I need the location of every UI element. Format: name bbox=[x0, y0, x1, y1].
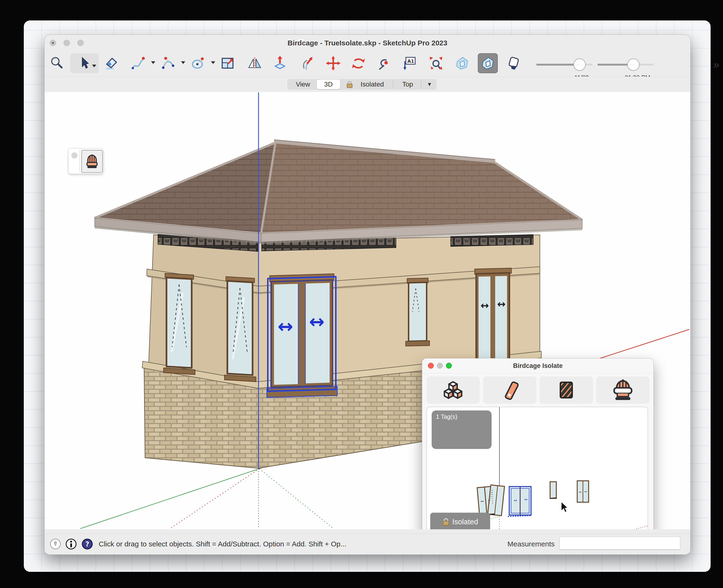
left-window-2[interactable] bbox=[224, 277, 256, 382]
help-icon[interactable]: ? bbox=[82, 538, 93, 550]
arc-tool-button[interactable] bbox=[158, 53, 178, 73]
resize-arrow-icon: ↔ bbox=[497, 298, 505, 310]
materials-filter-button[interactable] bbox=[540, 376, 593, 403]
mouse-cursor bbox=[561, 502, 568, 512]
move-icon bbox=[325, 55, 341, 71]
birdcage-icon bbox=[612, 379, 634, 401]
freehand-tool-button[interactable] bbox=[128, 53, 148, 73]
freehand-icon bbox=[130, 55, 146, 71]
resize-arrow-icon: ↔ bbox=[585, 490, 587, 493]
eraser-icon bbox=[103, 55, 119, 71]
soften-eraser-button[interactable] bbox=[503, 53, 523, 73]
zoom-extents-button[interactable] bbox=[426, 53, 446, 73]
date-slider-thumb[interactable] bbox=[574, 59, 586, 71]
flip-tool-button[interactable] bbox=[245, 53, 265, 73]
scene-tabs: View 3D Isolated Top ▼ bbox=[287, 79, 437, 90]
rotate-tool-button[interactable] bbox=[348, 53, 368, 73]
rectangle-tool-button[interactable] bbox=[218, 53, 238, 73]
zoom-extents-icon bbox=[428, 55, 444, 71]
resize-arrow-icon: ↔ bbox=[480, 499, 484, 504]
select-arrow-icon bbox=[77, 56, 92, 70]
birdcage-overlay-button[interactable] bbox=[81, 150, 103, 173]
tab-isolated[interactable]: Isolated bbox=[354, 79, 390, 90]
svg-text:A1: A1 bbox=[407, 59, 414, 64]
overlay-radio[interactable] bbox=[71, 152, 78, 159]
model-canvas[interactable]: ↔ ↔ ↔ ↔ bbox=[44, 92, 690, 529]
house-view-button[interactable] bbox=[452, 53, 472, 73]
text-tool-button[interactable]: A1 bbox=[400, 53, 420, 73]
house-view-active-button[interactable] bbox=[478, 53, 498, 73]
push-pull-icon bbox=[272, 55, 288, 71]
text-tool-icon: A1 bbox=[402, 55, 418, 71]
rectangle-icon bbox=[220, 55, 236, 71]
small-window[interactable] bbox=[406, 278, 429, 346]
birdcage-filter-button[interactable] bbox=[596, 376, 649, 403]
window-thumb-group[interactable]: ↔ ↔ bbox=[476, 485, 504, 516]
resize-arrow-icon: ↔ bbox=[514, 498, 517, 503]
select-tool-button[interactable] bbox=[70, 53, 99, 73]
birdcage-isolate-panel: Birdcage Isolate bbox=[422, 358, 654, 529]
circle-icon bbox=[190, 55, 206, 71]
push-pull-button[interactable] bbox=[270, 53, 290, 73]
follow-me-icon bbox=[299, 55, 315, 71]
birdcage-icon bbox=[85, 154, 99, 169]
chevron-down-icon bbox=[92, 65, 96, 67]
resize-arrow-icon: ↔ bbox=[278, 316, 293, 337]
tab-divider bbox=[421, 81, 421, 88]
circle-tool-button[interactable] bbox=[188, 53, 208, 73]
selected-window[interactable]: ↔ ↔ bbox=[267, 274, 337, 397]
search-icon bbox=[49, 55, 65, 71]
measurements-label: Measurements bbox=[490, 540, 555, 548]
zoom-search-button[interactable] bbox=[47, 53, 67, 73]
selected-window-thumb[interactable]: ↔ ↔ bbox=[508, 486, 531, 517]
status-bar: ? Click or drag to select objects. Shift… bbox=[44, 533, 690, 554]
geolocation-icon[interactable] bbox=[50, 538, 61, 550]
measurements-input[interactable] bbox=[559, 537, 680, 549]
move-tool-button[interactable] bbox=[323, 53, 343, 73]
chevron-down-icon[interactable] bbox=[211, 61, 215, 64]
rotate-icon bbox=[350, 55, 366, 71]
soften-eraser-icon bbox=[506, 55, 521, 71]
tape-measure-button[interactable] bbox=[374, 53, 394, 73]
panel-title-bar: Birdcage Isolate bbox=[422, 358, 654, 373]
sketchup-window: Birdcage - TrueIsolate.skp - SketchUp Pr… bbox=[44, 35, 690, 554]
info-icon[interactable] bbox=[65, 538, 77, 550]
hip-roof[interactable] bbox=[95, 140, 582, 244]
isolated-state-button[interactable]: Isolated bbox=[430, 513, 490, 529]
components-icon bbox=[442, 379, 464, 401]
toolbar-overflow-button[interactable]: » bbox=[713, 58, 719, 71]
window-thumb-pair[interactable]: ↔ ↔ bbox=[577, 481, 589, 502]
tag-icon bbox=[499, 379, 521, 401]
chevron-down-icon[interactable] bbox=[181, 61, 185, 64]
time-slider-thumb[interactable] bbox=[627, 59, 640, 71]
panel-title: Birdcage Isolate bbox=[422, 362, 654, 370]
status-hint-text: Click or drag to select objects. Shift =… bbox=[99, 540, 346, 548]
isolate-viewport[interactable]: ↔ ↔ bbox=[426, 407, 648, 529]
toolbar: A1 bbox=[44, 50, 690, 77]
materials-hatch-icon bbox=[555, 379, 577, 401]
scene-menu-caret[interactable]: ▼ bbox=[423, 79, 436, 90]
tab-3d[interactable]: 3D bbox=[317, 80, 340, 89]
isolated-button-label: Isolated bbox=[453, 518, 478, 526]
divider bbox=[79, 150, 80, 172]
house-view-active-icon bbox=[480, 55, 496, 71]
lock-icon bbox=[346, 81, 353, 88]
tab-top[interactable]: Top bbox=[396, 79, 420, 90]
tag-count-chip[interactable]: 1 Tag(s) bbox=[431, 411, 491, 449]
resize-arrow-icon: ↔ bbox=[480, 300, 489, 311]
title-bar: Birdcage - TrueIsolate.skp - SketchUp Pr… bbox=[44, 35, 690, 50]
tab-divider bbox=[393, 81, 394, 88]
resize-arrow-icon: ↔ bbox=[524, 497, 527, 502]
window-thumb-small[interactable] bbox=[550, 482, 556, 498]
tape-measure-icon bbox=[376, 55, 391, 71]
follow-me-button[interactable] bbox=[297, 53, 317, 73]
scene-tab-strip: View 3D Isolated Top ▼ bbox=[44, 77, 690, 92]
time-slider-track[interactable] bbox=[598, 64, 654, 66]
eraser-button[interactable] bbox=[101, 53, 121, 73]
tab-view[interactable]: View bbox=[292, 79, 315, 90]
components-filter-button[interactable] bbox=[426, 376, 480, 403]
left-window-1[interactable] bbox=[164, 273, 195, 375]
chevron-down-icon[interactable] bbox=[151, 61, 155, 64]
tags-filter-button[interactable] bbox=[483, 376, 536, 403]
date-slider-fill bbox=[536, 64, 580, 66]
